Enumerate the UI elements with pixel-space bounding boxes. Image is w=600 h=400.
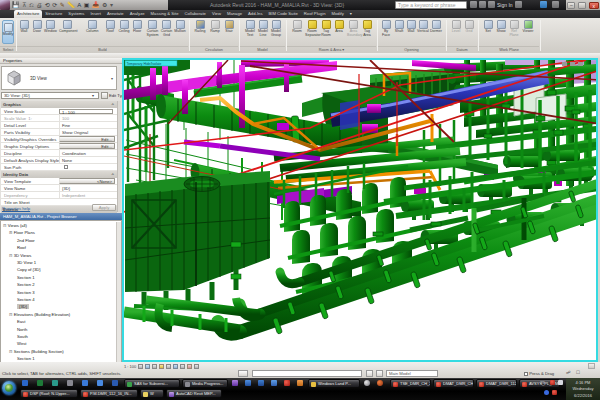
svg-text:Temporary Hide/Isolate: Temporary Hide/Isolate — [127, 62, 162, 66]
